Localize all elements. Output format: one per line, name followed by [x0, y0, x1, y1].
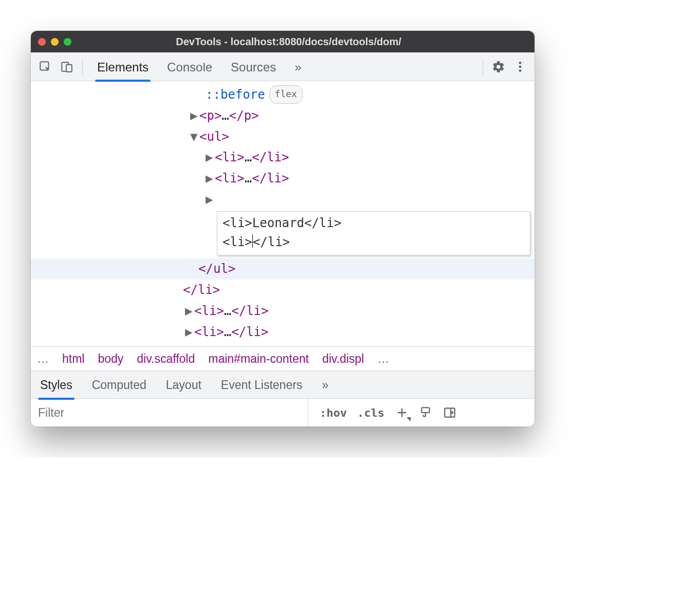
dom-node-ul-close[interactable]: </ul>: [31, 258, 535, 280]
edit-line-1: <li>Leonard</li>: [223, 216, 341, 230]
svg-point-3: [519, 62, 522, 64]
tab-elements[interactable]: Elements: [96, 54, 150, 80]
tab-sources[interactable]: Sources: [230, 54, 277, 80]
main-tabs: Elements Console Sources »: [96, 54, 476, 80]
window-title: DevTools - localhost:8080/docs/devtools/…: [81, 36, 496, 48]
toolbar-right: [480, 58, 529, 76]
settings-gear-icon[interactable]: [489, 58, 508, 76]
minimize-window-button[interactable]: [51, 38, 59, 46]
dom-node-li-editing[interactable]: ▶: [31, 189, 535, 210]
collapse-caret-icon[interactable]: ▼: [190, 126, 199, 147]
html-edit-box[interactable]: <li>Leonard</li> <li></li>: [217, 211, 530, 255]
flex-badge[interactable]: flex: [269, 85, 303, 104]
svg-rect-2: [66, 64, 72, 71]
main-toolbar: Elements Console Sources »: [31, 52, 535, 81]
edit-line-2-pre: <li>: [223, 235, 252, 249]
breadcrumb-overflow-left[interactable]: …: [37, 352, 49, 366]
kebab-menu-icon[interactable]: [511, 58, 529, 76]
breadcrumb-item[interactable]: div.displ: [322, 352, 364, 366]
dom-node-li[interactable]: ▶<li>…</li>: [31, 168, 535, 189]
edit-line-2-post: </li>: [253, 235, 290, 249]
dom-node-li-close[interactable]: </li>: [31, 280, 535, 301]
svg-rect-7: [445, 409, 455, 417]
computed-panel-toggle-icon[interactable]: [438, 403, 462, 422]
zoom-window-button[interactable]: [64, 38, 71, 46]
inspect-element-icon[interactable]: [36, 58, 54, 76]
tab-console[interactable]: Console: [166, 54, 213, 80]
dom-node-ul[interactable]: ▼<ul>: [31, 126, 535, 147]
tabs-overflow[interactable]: »: [293, 54, 302, 80]
styles-tabs: Styles Computed Layout Event Listeners »: [31, 371, 535, 399]
svg-point-4: [519, 65, 522, 68]
plus-icon: [395, 405, 409, 420]
breadcrumb-overflow-right[interactable]: …: [377, 352, 389, 366]
dom-pseudo-before[interactable]: ::beforeflex: [31, 84, 535, 105]
device-toolbar-icon[interactable]: [58, 58, 76, 76]
toolbar-separator: [82, 59, 83, 75]
titlebar: DevTools - localhost:8080/docs/devtools/…: [31, 31, 535, 52]
breadcrumb: … html body div.scaffold main#main-conte…: [31, 346, 535, 371]
breadcrumb-item[interactable]: div.scaffold: [137, 352, 195, 366]
traffic-lights: [38, 38, 71, 46]
svg-rect-6: [421, 408, 429, 413]
styles-filter-input[interactable]: [31, 399, 308, 427]
svg-point-5: [519, 69, 522, 72]
expand-caret-icon[interactable]: ▶: [185, 301, 194, 322]
breadcrumb-item[interactable]: html: [62, 352, 84, 366]
dom-node-li[interactable]: ▶<li>…</li>: [31, 322, 535, 343]
new-style-rule-button[interactable]: [390, 402, 414, 423]
dom-node-li[interactable]: ▶<li>…</li>: [31, 301, 535, 322]
toggle-hov-button[interactable]: :hov: [315, 403, 352, 422]
toolbar-separator: [483, 59, 483, 75]
expand-caret-icon[interactable]: ▶: [206, 189, 215, 210]
styles-filter-actions: :hov .cls: [315, 402, 535, 423]
expand-caret-icon[interactable]: ▶: [185, 322, 194, 343]
dom-node-p[interactable]: ▶<p>…</p>: [31, 105, 535, 126]
dom-node-li[interactable]: ▶<li>…</li>: [31, 147, 535, 168]
close-window-button[interactable]: [38, 38, 46, 46]
dom-tree[interactable]: ::beforeflex ▶<p>…</p> ▼<ul> ▶<li>…</li>…: [31, 81, 535, 346]
styles-tab-styles[interactable]: Styles: [39, 372, 73, 397]
styles-tabs-overflow[interactable]: »: [321, 372, 329, 397]
paint-brush-icon[interactable]: [414, 403, 438, 422]
styles-filter-row: :hov .cls: [31, 399, 535, 427]
expand-caret-icon[interactable]: ▶: [206, 147, 215, 168]
styles-tab-event-listeners[interactable]: Event Listeners: [220, 372, 304, 397]
breadcrumb-item[interactable]: body: [98, 352, 123, 366]
devtools-window: DevTools - localhost:8080/docs/devtools/…: [31, 31, 535, 427]
styles-tab-computed[interactable]: Computed: [91, 372, 148, 397]
toggle-cls-button[interactable]: .cls: [352, 403, 390, 422]
breadcrumb-item[interactable]: main#main-content: [208, 352, 309, 366]
styles-tab-layout[interactable]: Layout: [165, 372, 202, 397]
expand-caret-icon[interactable]: ▶: [206, 168, 215, 189]
expand-caret-icon[interactable]: ▶: [190, 105, 199, 126]
